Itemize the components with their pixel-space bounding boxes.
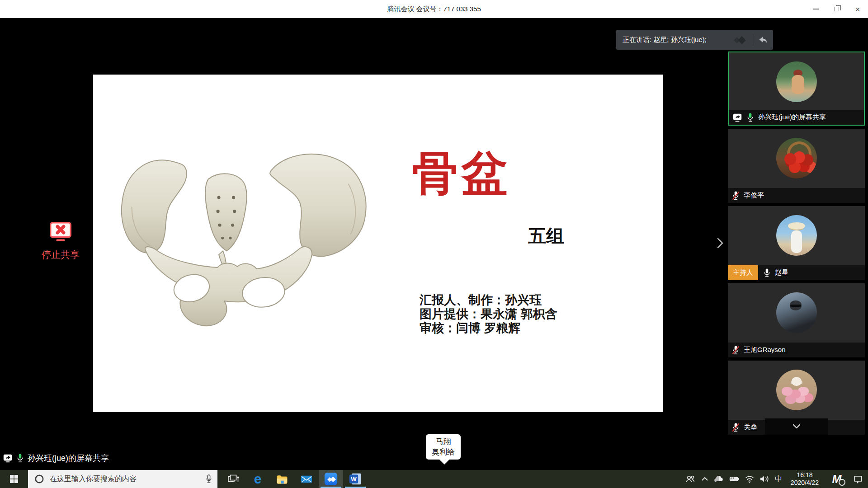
restore-icon — [835, 7, 839, 11]
onedrive-button[interactable] — [712, 470, 726, 488]
chevron-up-icon — [701, 476, 708, 482]
taskbar-app-icons: e — [221, 470, 368, 488]
slide-title: 骨盆 — [412, 150, 511, 197]
microphone-muted-icon — [731, 345, 740, 356]
stop-share-button[interactable]: 停止共享 — [35, 221, 86, 261]
edge-icon: e — [254, 472, 262, 486]
search-input[interactable] — [49, 474, 200, 483]
scroll-down-participants-button[interactable] — [765, 418, 828, 435]
divider — [753, 35, 753, 45]
participant-tile[interactable]: 王旭GRayson — [728, 283, 865, 357]
shared-slide: 骨盆 五组 汇报人、制作：孙兴珏 图片提供：果永潇 郭枳含 审核：闫博 罗粮辉 — [93, 75, 663, 412]
screen-share-icon — [3, 453, 13, 463]
host-badge: 主持人 — [728, 265, 758, 280]
window-title: 腾讯会议 会议号：717 033 355 — [387, 5, 481, 14]
avatar — [776, 215, 817, 256]
collapse-banner-button[interactable] — [756, 34, 769, 46]
show-hidden-icons-button[interactable] — [698, 470, 712, 488]
participant-name: 王旭GRayson — [744, 346, 786, 354]
participant-name: 赵星 — [775, 268, 788, 277]
task-view-icon — [227, 474, 239, 484]
share-status-overlay: 孙兴珏(jue)的屏幕共享 — [3, 453, 109, 464]
avatar — [776, 61, 817, 102]
participant-tile-screen-share[interactable]: 孙兴珏(jue)的屏幕共享 — [728, 52, 865, 126]
stop-share-monitor-icon — [47, 221, 74, 244]
microphone-icon — [763, 267, 771, 278]
meeting-main-area: 正在讲话: 赵星; 孙兴珏(jue); — [0, 18, 868, 470]
titlebar: 腾讯会议 会议号：717 033 355 × — [0, 0, 868, 18]
restore-button[interactable] — [826, 0, 847, 18]
participant-name: 关垒 — [744, 423, 757, 432]
chevron-down-icon — [791, 422, 802, 431]
credit-line: 图片提供：果永潇 郭枳含 — [420, 307, 557, 321]
word-icon: W — [349, 473, 362, 485]
chat-popup-sender: 马翔 — [432, 436, 455, 447]
search-mic-icon[interactable] — [205, 474, 213, 484]
file-explorer-icon — [276, 474, 288, 484]
people-button[interactable] — [683, 470, 698, 488]
mail-icon — [300, 474, 313, 484]
participants-panel: 孙兴珏(jue)的屏幕共享 李俊平 — [728, 52, 865, 435]
reply-arrow-icon — [757, 35, 768, 45]
clock-time: 16:18 — [797, 471, 812, 479]
window-controls: × — [806, 0, 868, 18]
microphone-muted-icon — [731, 422, 740, 433]
participant-name: 李俊平 — [744, 191, 764, 200]
credit-line: 审核：闫博 罗粮辉 — [420, 321, 557, 335]
minimize-button[interactable] — [806, 0, 826, 18]
participant-tile[interactable]: 关垒 — [728, 361, 865, 435]
avatar — [776, 370, 817, 410]
tencent-meeting-app-button[interactable] — [319, 470, 343, 488]
cloud-icon — [713, 475, 724, 483]
screen: 腾讯会议 会议号：717 033 355 × 正在讲话: 赵星; 孙兴珏(jue… — [0, 0, 868, 488]
notification-icon — [853, 474, 863, 483]
microphone-muted-icon — [731, 190, 740, 201]
mail-app-button[interactable] — [294, 470, 319, 488]
wifi-icon — [745, 475, 755, 483]
taskbar-clock[interactable]: 16:18 2020/4/22 — [785, 470, 825, 488]
microphone-icon — [746, 112, 755, 123]
battery-charging-icon — [728, 475, 740, 483]
speaking-banner: 正在讲话: 赵星; 孙兴珏(jue); — [616, 30, 773, 50]
chat-popup-message: 奥利给 — [432, 447, 455, 457]
expand-panel-button[interactable] — [713, 233, 727, 253]
word-app-button[interactable]: W — [343, 470, 368, 488]
slide-credits: 汇报人、制作：孙兴珏 图片提供：果永潇 郭枳含 审核：闫博 罗粮辉 — [420, 293, 557, 335]
participant-tile[interactable]: 李俊平 — [728, 129, 865, 203]
ime-toolbar-button[interactable]: M — [825, 470, 848, 488]
minimize-icon — [813, 9, 819, 9]
stop-share-label: 停止共享 — [35, 249, 86, 261]
svg-text:W: W — [351, 476, 357, 483]
cortana-icon — [34, 474, 44, 484]
start-button[interactable] — [0, 470, 28, 488]
participant-name: 孙兴珏(jue)的屏幕共享 — [758, 113, 826, 122]
system-tray: 中 16:18 2020/4/22 M — [683, 470, 868, 488]
file-explorer-button[interactable] — [270, 470, 294, 488]
edge-browser-button[interactable]: e — [245, 470, 270, 488]
tencent-meeting-icon — [324, 472, 338, 486]
ime-language-indicator[interactable]: 中 — [772, 470, 785, 488]
tencent-meeting-logo-icon — [730, 33, 750, 46]
participant-tile-host[interactable]: 主持人 赵星 — [728, 206, 865, 280]
battery-button[interactable] — [726, 470, 742, 488]
avatar — [776, 292, 817, 333]
pelvis-bone-image — [118, 151, 367, 338]
credit-line: 汇报人、制作：孙兴珏 — [420, 293, 557, 307]
chevron-right-icon — [716, 236, 725, 250]
volume-button[interactable] — [757, 470, 772, 488]
share-status-text: 孙兴珏(jue)的屏幕共享 — [28, 453, 109, 464]
network-button[interactable] — [742, 470, 757, 488]
avatar — [776, 138, 817, 178]
people-icon — [685, 474, 695, 483]
taskbar-search-box[interactable] — [28, 470, 217, 488]
speaking-text: 正在讲话: 赵星; 孙兴珏(jue); — [623, 36, 730, 44]
screen-share-icon — [732, 113, 742, 122]
action-center-button[interactable] — [848, 470, 868, 488]
chat-popup: 马翔 奥利给 — [426, 434, 461, 460]
microphone-icon — [16, 453, 24, 464]
close-button[interactable]: × — [847, 0, 868, 18]
speaker-icon — [759, 474, 770, 483]
slide-group-label: 五组 — [528, 224, 564, 249]
taskbar: e — [0, 470, 868, 488]
task-view-button[interactable] — [221, 470, 245, 488]
